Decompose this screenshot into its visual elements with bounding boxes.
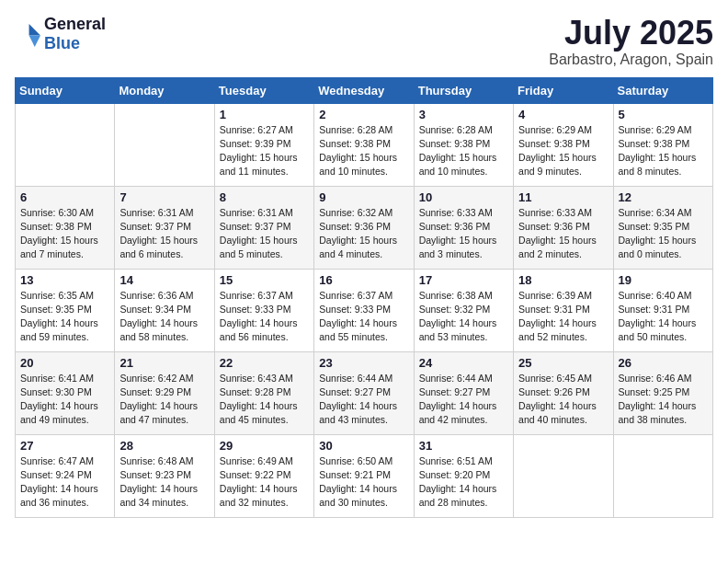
day-of-week-header: Tuesday — [214, 77, 313, 103]
calendar-body: 1Sunrise: 6:27 AM Sunset: 9:39 PM Daylig… — [16, 103, 713, 517]
calendar-cell: 2Sunrise: 6:28 AM Sunset: 9:38 PM Daylig… — [314, 103, 414, 186]
calendar-cell: 9Sunrise: 6:32 AM Sunset: 9:36 PM Daylig… — [314, 186, 414, 269]
day-number: 3 — [419, 108, 508, 121]
day-detail: Sunrise: 6:27 AM Sunset: 9:39 PM Dayligh… — [220, 124, 298, 178]
day-number: 6 — [20, 190, 109, 204]
day-number: 24 — [419, 356, 508, 370]
day-number: 14 — [119, 273, 209, 287]
day-number: 28 — [119, 439, 209, 453]
day-number: 16 — [319, 273, 408, 287]
day-of-week-header: Thursday — [414, 77, 513, 103]
day-detail: Sunrise: 6:28 AM Sunset: 9:38 PM Dayligh… — [419, 124, 497, 178]
calendar-week-row: 20Sunrise: 6:41 AM Sunset: 9:30 PM Dayli… — [16, 351, 713, 434]
day-number: 10 — [419, 190, 508, 204]
day-detail: Sunrise: 6:39 AM Sunset: 9:31 PM Dayligh… — [518, 290, 597, 343]
calendar-table: SundayMondayTuesdayWednesdayThursdayFrid… — [15, 77, 713, 518]
day-detail: Sunrise: 6:50 AM Sunset: 9:21 PM Dayligh… — [319, 455, 397, 509]
calendar-cell: 13Sunrise: 6:35 AM Sunset: 9:35 PM Dayli… — [16, 269, 115, 351]
day-number: 27 — [20, 439, 109, 453]
day-detail: Sunrise: 6:30 AM Sunset: 9:38 PM Dayligh… — [20, 207, 98, 260]
day-detail: Sunrise: 6:42 AM Sunset: 9:29 PM Dayligh… — [119, 373, 198, 426]
logo-icon — [15, 21, 40, 47]
svg-marker-0 — [29, 24, 40, 35]
calendar-cell: 30Sunrise: 6:50 AM Sunset: 9:21 PM Dayli… — [314, 434, 414, 517]
day-number: 25 — [518, 356, 608, 370]
day-detail: Sunrise: 6:29 AM Sunset: 9:38 PM Dayligh… — [619, 124, 697, 178]
calendar-cell: 3Sunrise: 6:28 AM Sunset: 9:38 PM Daylig… — [414, 103, 513, 186]
calendar-cell: 11Sunrise: 6:33 AM Sunset: 9:36 PM Dayli… — [514, 186, 613, 269]
day-number: 20 — [20, 356, 109, 370]
day-detail: Sunrise: 6:28 AM Sunset: 9:38 PM Dayligh… — [319, 124, 397, 178]
calendar-cell: 12Sunrise: 6:34 AM Sunset: 9:35 PM Dayli… — [613, 186, 712, 269]
calendar-cell: 28Sunrise: 6:48 AM Sunset: 9:23 PM Dayli… — [115, 434, 214, 517]
calendar-cell: 27Sunrise: 6:47 AM Sunset: 9:24 PM Dayli… — [16, 434, 115, 517]
calendar-cell: 26Sunrise: 6:46 AM Sunset: 9:25 PM Dayli… — [613, 351, 712, 434]
day-of-week-header: Wednesday — [314, 77, 414, 103]
day-detail: Sunrise: 6:32 AM Sunset: 9:36 PM Dayligh… — [319, 207, 397, 260]
day-detail: Sunrise: 6:51 AM Sunset: 9:20 PM Dayligh… — [419, 455, 497, 509]
day-number: 23 — [319, 356, 408, 370]
calendar-week-row: 1Sunrise: 6:27 AM Sunset: 9:39 PM Daylig… — [16, 103, 713, 186]
title-area: July 2025 Barbastro, Aragon, Spain — [549, 15, 713, 68]
logo-blue: Blue — [44, 34, 80, 52]
day-number: 4 — [518, 108, 608, 121]
day-number: 21 — [119, 356, 209, 370]
day-detail: Sunrise: 6:33 AM Sunset: 9:36 PM Dayligh… — [419, 207, 497, 260]
svg-marker-1 — [29, 36, 40, 47]
day-number: 22 — [220, 356, 309, 370]
day-number: 15 — [220, 273, 309, 287]
day-detail: Sunrise: 6:34 AM Sunset: 9:35 PM Dayligh… — [619, 207, 697, 260]
day-detail: Sunrise: 6:41 AM Sunset: 9:30 PM Dayligh… — [20, 373, 98, 426]
day-number: 11 — [518, 190, 608, 204]
day-detail: Sunrise: 6:45 AM Sunset: 9:26 PM Dayligh… — [518, 373, 597, 426]
calendar-cell — [115, 103, 214, 186]
day-detail: Sunrise: 6:38 AM Sunset: 9:32 PM Dayligh… — [419, 290, 497, 343]
day-number: 18 — [518, 273, 608, 287]
logo-general: General — [44, 15, 106, 33]
calendar-cell: 14Sunrise: 6:36 AM Sunset: 9:34 PM Dayli… — [115, 269, 214, 351]
calendar-cell: 22Sunrise: 6:43 AM Sunset: 9:28 PM Dayli… — [214, 351, 313, 434]
calendar-cell — [16, 103, 115, 186]
day-detail: Sunrise: 6:33 AM Sunset: 9:36 PM Dayligh… — [518, 207, 597, 260]
calendar-cell: 25Sunrise: 6:45 AM Sunset: 9:26 PM Dayli… — [514, 351, 613, 434]
header: General Blue July 2025 Barbastro, Aragon… — [15, 15, 713, 68]
calendar-cell: 24Sunrise: 6:44 AM Sunset: 9:27 PM Dayli… — [414, 351, 513, 434]
day-number: 19 — [619, 273, 708, 287]
calendar-cell: 21Sunrise: 6:42 AM Sunset: 9:29 PM Dayli… — [115, 351, 214, 434]
day-detail: Sunrise: 6:35 AM Sunset: 9:35 PM Dayligh… — [20, 290, 98, 343]
location-title: Barbastro, Aragon, Spain — [549, 52, 713, 68]
month-title: July 2025 — [549, 15, 713, 52]
calendar-cell: 1Sunrise: 6:27 AM Sunset: 9:39 PM Daylig… — [214, 103, 313, 186]
day-detail: Sunrise: 6:48 AM Sunset: 9:23 PM Dayligh… — [119, 455, 198, 509]
calendar-cell: 15Sunrise: 6:37 AM Sunset: 9:33 PM Dayli… — [214, 269, 313, 351]
calendar-cell: 16Sunrise: 6:37 AM Sunset: 9:33 PM Dayli… — [314, 269, 414, 351]
calendar-cell: 19Sunrise: 6:40 AM Sunset: 9:31 PM Dayli… — [613, 269, 712, 351]
day-number: 26 — [619, 356, 708, 370]
calendar-week-row: 6Sunrise: 6:30 AM Sunset: 9:38 PM Daylig… — [16, 186, 713, 269]
calendar-cell: 20Sunrise: 6:41 AM Sunset: 9:30 PM Dayli… — [16, 351, 115, 434]
day-detail: Sunrise: 6:44 AM Sunset: 9:27 PM Dayligh… — [319, 373, 397, 426]
day-number: 13 — [20, 273, 109, 287]
day-detail: Sunrise: 6:44 AM Sunset: 9:27 PM Dayligh… — [419, 373, 497, 426]
day-number: 17 — [419, 273, 508, 287]
calendar-cell — [613, 434, 712, 517]
day-number: 8 — [220, 190, 309, 204]
day-number: 1 — [220, 108, 309, 121]
day-detail: Sunrise: 6:36 AM Sunset: 9:34 PM Dayligh… — [119, 290, 198, 343]
calendar-cell: 4Sunrise: 6:29 AM Sunset: 9:38 PM Daylig… — [514, 103, 613, 186]
day-number: 12 — [619, 190, 708, 204]
day-number: 9 — [319, 190, 408, 204]
day-number: 30 — [319, 439, 408, 453]
logo-text: General Blue — [44, 15, 106, 53]
calendar-cell: 23Sunrise: 6:44 AM Sunset: 9:27 PM Dayli… — [314, 351, 414, 434]
day-detail: Sunrise: 6:31 AM Sunset: 9:37 PM Dayligh… — [119, 207, 198, 260]
calendar-cell — [514, 434, 613, 517]
logo: General Blue — [15, 15, 106, 53]
calendar-cell: 10Sunrise: 6:33 AM Sunset: 9:36 PM Dayli… — [414, 186, 513, 269]
calendar-cell: 6Sunrise: 6:30 AM Sunset: 9:38 PM Daylig… — [16, 186, 115, 269]
calendar-cell: 7Sunrise: 6:31 AM Sunset: 9:37 PM Daylig… — [115, 186, 214, 269]
calendar-cell: 17Sunrise: 6:38 AM Sunset: 9:32 PM Dayli… — [414, 269, 513, 351]
day-number: 5 — [619, 108, 708, 121]
day-detail: Sunrise: 6:31 AM Sunset: 9:37 PM Dayligh… — [220, 207, 298, 260]
calendar-week-row: 27Sunrise: 6:47 AM Sunset: 9:24 PM Dayli… — [16, 434, 713, 517]
